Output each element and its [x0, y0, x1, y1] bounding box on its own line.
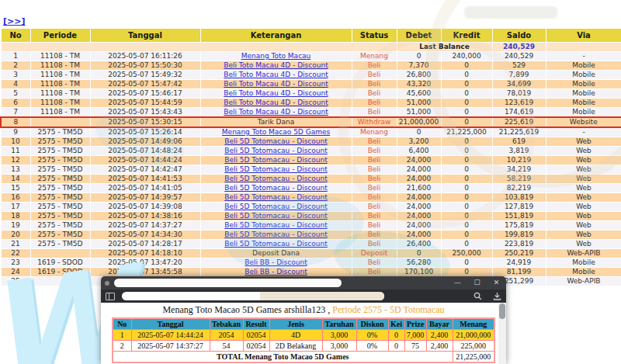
cell-tanggal: 2025-05-07 14:44:24 [131, 330, 210, 341]
cell-debet: 56,280 [397, 258, 441, 268]
cell-via: Mobile [546, 71, 621, 80]
popup-window: — ☐ ✕ Menang Toto Macao 5D Games arshill… [101, 276, 506, 364]
transaction-detail-link[interactable]: Beli 5D Totomacau - Discount [224, 137, 328, 145]
cell-debet: 51,000 [397, 108, 441, 118]
cell-keterangan: Tarik Dana [200, 117, 352, 127]
cell-kredit: 0 [441, 268, 492, 277]
status-badge: Beli [368, 203, 381, 210]
transaction-row: 311108 - TM2025-05-07 15:49:32Beli Toto … [1, 71, 621, 80]
cell-periode [30, 249, 90, 258]
close-button[interactable]: ✕ [487, 276, 506, 289]
pagination-next-link[interactable]: [>>] [3, 16, 26, 26]
cell-tanggal: 2025-05-07 14:34:30 [90, 231, 200, 240]
cell-kredit: 0 [441, 117, 492, 127]
cell-tanggal: 2025-05-07 15:47:42 [90, 80, 200, 89]
cell-status: Beli [352, 71, 397, 80]
transaction-row: 142575 - TM5D2025-05-07 14:41:53Beli 5D … [1, 175, 621, 184]
cell-debet: 51,000 [397, 99, 441, 108]
winnings-column-menang: Menang [453, 318, 494, 330]
transaction-detail-link[interactable]: Beli 5D Totomacau - Discount [224, 240, 328, 248]
cell-tanggal: 2025-05-07 14:39:57 [90, 193, 200, 203]
cell-debet: 7,370 [397, 61, 441, 71]
transaction-row: 102575 - TM5D2025-05-07 14:49:06Beli 5D … [1, 137, 621, 147]
cell-tanggal: 2025-05-07 15:49:32 [90, 71, 200, 80]
cell-via: Web [546, 231, 621, 240]
cell-status: Beli [352, 175, 397, 184]
winnings-header-row: NoTanggalTebakanResultJenisTaruhanDiskon… [113, 318, 494, 330]
transaction-detail-link[interactable]: Menang Toto Macau [241, 52, 311, 60]
cell-debet: 26,800 [397, 71, 441, 80]
scrollbar-thumb[interactable] [499, 303, 505, 319]
cell-via: Website [546, 117, 621, 127]
cell-periode [30, 277, 90, 286]
zoom-icon[interactable] [474, 292, 482, 300]
transaction-detail-link[interactable]: Beli 5D Totomacau - Discount [224, 221, 328, 229]
transaction-detail-link[interactable]: Beli 5D Totomacau - Discount [224, 212, 328, 220]
status-badge: Menang [360, 128, 388, 136]
cell-no: 3 [1, 71, 30, 80]
cell-status: Beli [352, 147, 397, 156]
transaction-detail-link[interactable]: Beli Toto Macau 4D - Discount [224, 80, 328, 88]
cell-kredit: 0 [441, 231, 492, 240]
transaction-detail-link[interactable]: Menang Toto Macao 5D Games [222, 128, 330, 136]
winnings-column-prize: Prize [404, 318, 426, 330]
cell-result: 02054 [243, 341, 269, 352]
cell-debet: 21,000,000 [397, 117, 441, 127]
cell-status: Menang [352, 127, 397, 137]
status-badge: Beli [368, 212, 381, 220]
transaction-detail-link[interactable]: Beli 5D Totomacau - Discount [224, 147, 328, 154]
transaction-detail-link[interactable]: Beli Toto Macau 4D - Discount [224, 71, 328, 78]
cell-debet: 45,600 [397, 89, 441, 99]
cell-bayar: 2,400 [426, 330, 453, 341]
cell-status: Beli [352, 203, 397, 212]
transaction-detail-link[interactable]: Beli BB - Discount [245, 258, 307, 266]
scrollbar[interactable] [498, 303, 506, 364]
winnings-column-kei: Kei [388, 318, 404, 330]
cell-tanggal: 2025-05-07 14:49:06 [90, 137, 200, 147]
popup-title: Menang Toto Macao 5D Games arshilla123 ,… [101, 303, 506, 316]
cell-kredit: 0 [441, 193, 492, 203]
cell-via: Web [546, 165, 621, 175]
status-badge: Beli [368, 165, 381, 173]
transaction-detail-link[interactable]: Beli Toto Macau 4D - Discount [224, 61, 328, 69]
cell-kredit: 0 [441, 203, 492, 212]
cell-status: Beli [352, 156, 397, 165]
cell-no: 19 [1, 221, 30, 231]
transaction-detail-link[interactable]: Beli Toto Macau 4D - Discount [224, 89, 328, 97]
column-header-periode: Periode [30, 29, 90, 43]
cell-saldo: 240,529 [492, 52, 546, 61]
cell-kei: 0 [388, 330, 404, 341]
address-bar[interactable] [122, 292, 384, 300]
transaction-detail-link[interactable]: Beli 5D Totomacau - Discount [224, 175, 328, 182]
column-header-via: Via [546, 29, 621, 43]
status-badge: Beli [368, 258, 381, 266]
transaction-detail-link[interactable]: Beli 5D Totomacau - Discount [224, 184, 328, 192]
minimize-button[interactable]: — [448, 276, 467, 289]
transaction-detail-link[interactable]: Beli Toto Macau 4D - Discount [224, 108, 328, 116]
cell-tebakan: 2054 [210, 330, 243, 341]
maximize-button[interactable]: ☐ [467, 276, 487, 289]
transaction-detail-link[interactable]: Beli 5D Totomacau - Discount [224, 203, 328, 210]
cell-saldo: 103,819 [492, 193, 546, 203]
table-header-row: NoPeriodeTanggalKeteranganStatusDebetKre… [1, 29, 621, 43]
cell-kredit: 0 [441, 61, 492, 71]
transaction-detail-link[interactable]: Beli Toto Macau 4D - Discount [224, 99, 328, 106]
cell-kredit: 0 [441, 108, 492, 118]
transaction-detail-link[interactable]: Beli 5D Totomacau - Discount [224, 231, 328, 238]
cell-keterangan: Beli 5D Totomacau - Discount [200, 221, 352, 231]
status-badge: Beli [368, 193, 381, 201]
transaction-detail-link[interactable]: Beli 5D Totomacau - Discount [224, 156, 328, 164]
sidebar-icon[interactable] [106, 293, 115, 300]
cell-diskon: 0% [356, 330, 388, 341]
transaction-detail-link[interactable]: Beli 5D Totomacau - Discount [224, 193, 328, 201]
transaction-detail-link[interactable]: Beli BB - Discount [245, 268, 307, 276]
cell-kredit: 0 [441, 258, 492, 268]
popup-titlebar[interactable]: — ☐ ✕ [101, 276, 506, 289]
cell-debet: 24,000 [397, 156, 441, 165]
cell-debet: 0 [397, 52, 441, 61]
cell-periode: 2575 - TM5D [30, 212, 90, 221]
browser-tab[interactable] [114, 279, 342, 287]
cell-kredit: 250,000 [441, 249, 492, 258]
transaction-detail-link[interactable]: Beli 5D Totomacau - Discount [224, 165, 328, 173]
download-icon[interactable] [493, 292, 501, 300]
